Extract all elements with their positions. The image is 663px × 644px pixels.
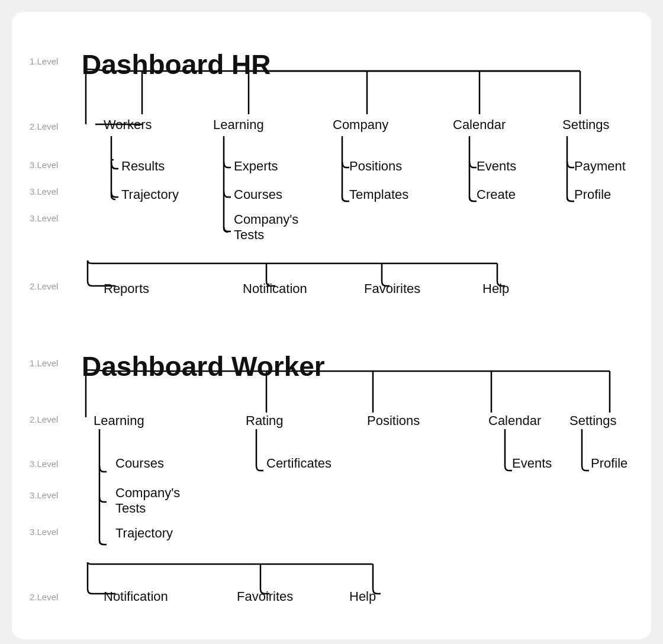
hr-reports[interactable]: Reports <box>104 281 149 297</box>
hr-results[interactable]: Results <box>121 159 165 174</box>
hr-calendar[interactable]: Calendar <box>453 117 506 133</box>
w-rating[interactable]: Rating <box>246 413 284 429</box>
hr-settings[interactable]: Settings <box>562 117 610 133</box>
hr-templates[interactable]: Templates <box>349 187 408 202</box>
w-profile[interactable]: Profile <box>591 456 627 471</box>
hr-payment[interactable]: Payment <box>574 159 626 174</box>
hr-level-1-label: 1.Level <box>30 56 58 66</box>
hr-workers[interactable]: Workers <box>104 117 152 133</box>
hr-company-tests[interactable]: Company's Tests <box>234 212 298 243</box>
hr-level-3a-label: 3.Level <box>30 160 58 170</box>
w-level-3c-label: 3.Level <box>30 527 58 537</box>
w-level-2b-label: 2.Level <box>30 592 58 602</box>
w-settings[interactable]: Settings <box>569 413 617 429</box>
w-company-tests[interactable]: Company's Tests <box>115 485 180 517</box>
hr-favourites[interactable]: Favoirites <box>364 281 420 297</box>
hr-level-3c-label: 3.Level <box>30 213 58 223</box>
hr-level-3b-label: 3.Level <box>30 186 58 197</box>
w-certificates[interactable]: Certificates <box>266 456 332 471</box>
tree-diagram-svg <box>12 12 651 639</box>
w-favourites[interactable]: Favoirites <box>237 589 293 604</box>
hr-courses[interactable]: Courses <box>234 187 282 202</box>
w-trajectory[interactable]: Trajectory <box>115 526 173 541</box>
hr-level-2b-label: 2.Level <box>30 281 58 291</box>
hr-help[interactable]: Help <box>482 281 509 297</box>
hr-trajectory[interactable]: Trajectory <box>121 187 179 202</box>
hr-learning[interactable]: Learning <box>213 117 264 133</box>
worker-dashboard-title: Dashboard Worker <box>82 350 325 382</box>
w-level-1-label: 1.Level <box>30 358 58 368</box>
hr-positions[interactable]: Positions <box>349 159 402 174</box>
w-positions[interactable]: Positions <box>367 413 420 429</box>
hr-level-2a-label: 2.Level <box>30 121 58 131</box>
hr-create[interactable]: Create <box>477 187 516 202</box>
hr-company[interactable]: Company <box>333 117 388 133</box>
w-level-3b-label: 3.Level <box>30 490 58 500</box>
w-calendar[interactable]: Calendar <box>488 413 541 429</box>
w-learning[interactable]: Learning <box>94 413 144 429</box>
page-container: 1.Level 2.Level 3.Level 3.Level 3.Level … <box>12 12 651 639</box>
hr-events[interactable]: Events <box>477 159 516 174</box>
hr-dashboard-title: Dashboard HR <box>82 49 271 80</box>
hr-notification[interactable]: Notification <box>243 281 307 297</box>
w-events[interactable]: Events <box>512 456 552 471</box>
w-courses[interactable]: Courses <box>115 456 164 471</box>
hr-profile[interactable]: Profile <box>574 187 611 202</box>
hr-experts[interactable]: Experts <box>234 159 278 174</box>
w-level-2a-label: 2.Level <box>30 414 58 424</box>
w-help[interactable]: Help <box>349 589 376 604</box>
w-notification[interactable]: Notification <box>104 589 168 604</box>
w-level-3a-label: 3.Level <box>30 459 58 469</box>
